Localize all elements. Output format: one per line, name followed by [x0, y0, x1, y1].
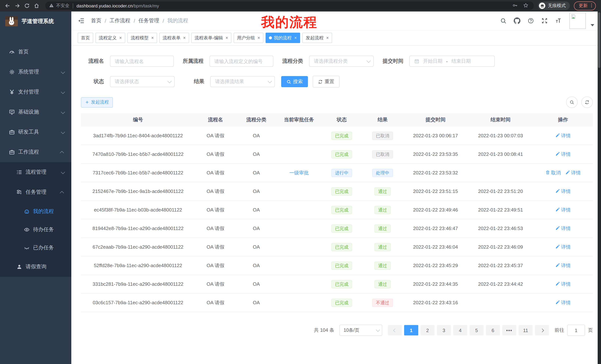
- font-size-icon[interactable]: [555, 18, 562, 24]
- sidebar-item-label: 待办任务: [33, 226, 54, 233]
- page-size-select[interactable]: 10条/页: [340, 325, 382, 336]
- breadcrumb-item[interactable]: 我的流程: [167, 18, 188, 24]
- avatar-dropdown-icon[interactable]: [591, 24, 594, 26]
- sidebar-item-process-mgmt[interactable]: 流程管理: [0, 162, 71, 182]
- bookmark-star-icon[interactable]: [523, 2, 529, 9]
- process-def-input[interactable]: [210, 56, 273, 67]
- detail-action-link[interactable]: 详情: [555, 225, 571, 232]
- scrollbar[interactable]: [598, 11, 601, 364]
- page-button-6[interactable]: 6: [486, 325, 500, 335]
- page-button-2[interactable]: 2: [421, 325, 435, 335]
- sidebar-item-label: 我的流程: [33, 208, 54, 215]
- submit-time-range-input[interactable]: 开始日期 - 结束日期: [409, 56, 495, 67]
- logo-image: [5, 16, 18, 26]
- avatar[interactable]: [570, 13, 586, 29]
- address-bar[interactable]: 不安全 dashboard.yudao.iocoder.cn/bpm/task/…: [45, 1, 534, 10]
- reload-icon[interactable]: [23, 2, 30, 10]
- close-tab-icon[interactable]: ×: [326, 35, 329, 40]
- tab-发起流程[interactable]: 发起流程×: [302, 33, 332, 43]
- page-button-3[interactable]: 3: [437, 325, 451, 335]
- end-time: 2022-01-23 00:08:41: [468, 151, 533, 157]
- create-process-button[interactable]: 发起流程: [81, 97, 113, 107]
- dashboard-icon: [9, 49, 15, 55]
- tab-流程定义[interactable]: 流程定义×: [95, 33, 125, 43]
- tab-流程模型[interactable]: 流程模型×: [127, 33, 157, 43]
- more-pages-button[interactable]: •••: [502, 325, 516, 335]
- status-select[interactable]: 请选择状态: [110, 76, 175, 87]
- key-icon[interactable]: [512, 2, 518, 9]
- page-button-1[interactable]: 1: [404, 325, 418, 335]
- page-button-4[interactable]: 4: [453, 325, 467, 335]
- detail-action-link[interactable]: 详情: [555, 244, 571, 250]
- process-category: OA: [236, 151, 277, 157]
- tab-首页[interactable]: 首页: [78, 33, 93, 43]
- category-select[interactable]: 请选择流程分类: [309, 56, 374, 67]
- tab-流程表单-编辑[interactable]: 流程表单-编辑×: [191, 33, 231, 43]
- tab-用户分组[interactable]: 用户分组×: [234, 33, 263, 43]
- detail-action-link[interactable]: 详情: [555, 299, 571, 306]
- close-tab-icon[interactable]: ×: [119, 35, 122, 40]
- sidebar-item-system-mgmt[interactable]: 系统管理: [0, 62, 71, 82]
- toggle-search-button[interactable]: [566, 96, 578, 108]
- column-header: 操作: [533, 116, 593, 123]
- update-chrome-button[interactable]: 更新: [574, 1, 596, 10]
- tab-流程表单[interactable]: 流程表单×: [159, 33, 189, 43]
- next-page-button[interactable]: [535, 325, 549, 335]
- browser-menu-icon[interactable]: [589, 2, 594, 9]
- sidebar-item-done-tasks[interactable]: 已办任务: [0, 239, 71, 257]
- sidebar-item-leave-query[interactable]: 请假查询: [0, 257, 71, 277]
- close-tab-icon[interactable]: ×: [183, 35, 186, 40]
- search-button[interactable]: 搜索: [281, 76, 308, 87]
- sidebar-item-label: 已办任务: [33, 244, 54, 251]
- result-select[interactable]: 请选择流结果: [210, 76, 275, 87]
- sidebar-item-todo-tasks[interactable]: 待办任务: [0, 220, 71, 239]
- breadcrumb-item[interactable]: 工作流程: [110, 18, 130, 24]
- refresh-table-button[interactable]: [581, 96, 593, 108]
- close-tab-icon[interactable]: ×: [257, 35, 260, 40]
- detail-action-link[interactable]: 详情: [555, 207, 571, 213]
- sidebar-item-workflow[interactable]: 工作流程: [0, 142, 71, 162]
- page-button-5[interactable]: 5: [470, 325, 484, 335]
- help-icon[interactable]: [527, 18, 534, 24]
- collapse-sidebar-icon[interactable]: [78, 18, 85, 24]
- breadcrumb-item[interactable]: 首页: [91, 18, 101, 24]
- status-tag: 已完成: [331, 280, 352, 288]
- prev-page-button[interactable]: [388, 325, 402, 335]
- detail-action-link[interactable]: 详情: [555, 132, 571, 139]
- detail-action-link[interactable]: 详情: [555, 281, 571, 287]
- table-row: 03c6c157-7b9a-11ec-a290-acde48001122OA 请…: [81, 294, 593, 312]
- home-icon[interactable]: [33, 2, 40, 10]
- detail-action-link[interactable]: 详情: [555, 188, 571, 195]
- scrollbar-thumb[interactable]: [598, 12, 600, 68]
- sidebar-item-infrastructure[interactable]: 基础设施: [0, 102, 71, 122]
- current-task-link[interactable]: 一级审批: [289, 170, 309, 175]
- detail-action-link[interactable]: 详情: [565, 169, 581, 176]
- sidebar-item-task-mgmt[interactable]: 任务管理: [0, 182, 71, 202]
- sidebar-item-home[interactable]: 首页: [0, 42, 71, 62]
- tab-我的流程[interactable]: 我的流程×: [266, 33, 300, 43]
- fullscreen-icon[interactable]: [541, 18, 548, 24]
- goto-page-input[interactable]: [567, 325, 585, 336]
- action-label: 详情: [561, 188, 571, 195]
- sidebar-item-my-process[interactable]: 我的流程: [0, 202, 71, 220]
- not-secure-warning-icon: [49, 3, 54, 9]
- detail-action-link[interactable]: 详情: [555, 151, 571, 157]
- close-tab-icon[interactable]: ×: [225, 35, 228, 40]
- close-tab-icon[interactable]: ×: [294, 35, 297, 40]
- logo-row[interactable]: 芋道管理系统: [0, 11, 71, 31]
- github-icon[interactable]: [514, 18, 521, 24]
- actions: 详情: [533, 299, 593, 306]
- detail-action-link[interactable]: 详情: [555, 262, 571, 269]
- cancel-action-link[interactable]: 取消: [545, 169, 561, 176]
- page-button-11[interactable]: 11: [519, 325, 533, 335]
- forward-icon[interactable]: [13, 2, 21, 10]
- breadcrumb-item[interactable]: 任务管理: [139, 18, 159, 24]
- sidebar-item-dev-tools[interactable]: 研发工具: [0, 122, 71, 142]
- close-tab-icon[interactable]: ×: [151, 35, 154, 40]
- end-time: 2022-01-22 23:45:37: [468, 263, 533, 268]
- sidebar-item-payment-mgmt[interactable]: 支付管理: [0, 82, 71, 102]
- process-name-input[interactable]: [110, 56, 174, 67]
- reset-button[interactable]: 重置: [313, 76, 340, 87]
- back-icon[interactable]: [4, 2, 11, 10]
- search-icon[interactable]: [500, 18, 507, 24]
